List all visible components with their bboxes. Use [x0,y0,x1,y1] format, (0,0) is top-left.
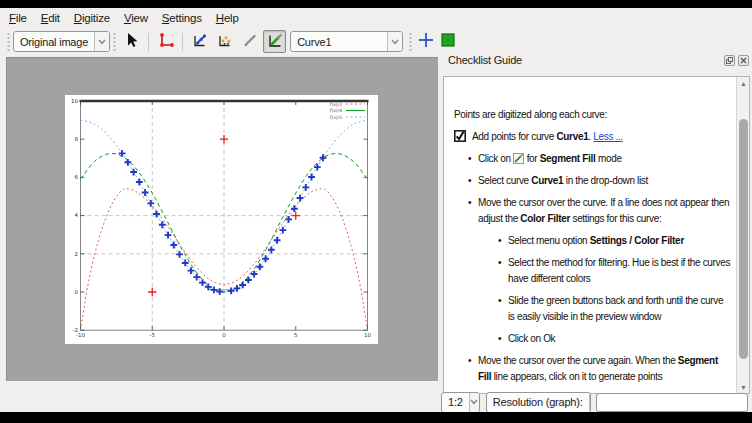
bullet-icon: • [468,151,478,167]
checklist-link[interactable]: Less ... [593,131,622,142]
segment-fill-icon [266,31,284,52]
scrollbar[interactable]: ▲ ▼ [736,77,749,393]
checklist-bullet: •Click on for Segment Fill mode [468,151,732,167]
letterbox-top [0,0,752,8]
axis-point [220,135,228,143]
zoom-selector-value: 1:2 [442,396,469,408]
axis-point-tool[interactable] [154,30,177,53]
segment-fill-tool[interactable] [263,30,286,53]
digitized-point [153,211,160,218]
graph-plot: -20246810-10-50510f(x)/2f(x)/4f(x)/5 [65,95,378,344]
menu-digitize[interactable]: Digitize [67,12,117,24]
point-match-tool[interactable] [213,30,236,53]
svg-text:2: 2 [75,251,79,257]
chevron-down-icon [469,393,479,412]
svg-text:10: 10 [364,332,371,338]
menu-edit[interactable]: Edit [34,12,67,24]
digitized-point [176,251,183,258]
svg-text:8: 8 [75,136,79,142]
resolution-value-field[interactable] [596,393,748,412]
checklist-subbullet: •Select the method for filtering. Hue is… [498,255,732,287]
panel-title: Checklist Guide [441,54,724,66]
color-picker-tool[interactable] [238,30,261,53]
chevron-down-icon [589,393,591,412]
bullet-icon: • [468,173,478,189]
statusbar-mode-selector[interactable]: Resolution (graph): [486,392,591,413]
svg-text:0: 0 [75,289,79,295]
digitized-point [279,227,286,234]
menu-view[interactable]: View [117,12,155,24]
scrollbar-thumb[interactable] [739,119,748,359]
legend-label: f(x)/4 [330,108,342,113]
curve-selector-value: Curve1 [291,36,337,48]
app-window: FileEditDigitizeViewSettingsHelp Origina… [0,8,752,412]
screenshot-root: FileEditDigitizeViewSettingsHelp Origina… [0,0,752,423]
digitized-point [268,246,275,253]
axis-point [148,288,156,296]
toolbar-separator-handle [408,32,413,52]
bullet-icon: • [498,293,508,325]
point-match-icon [216,31,234,52]
digitized-point [245,277,252,284]
toolbar-separator [182,33,183,51]
close-panel-icon[interactable] [738,55,749,66]
color-filter-indicator[interactable] [438,32,458,52]
digitized-point [147,200,154,207]
digitized-point [119,150,126,157]
digitized-point [308,174,315,181]
cross-blue-icon [417,31,435,53]
checked-checkbox[interactable] [454,130,466,142]
chevron-down-icon [94,32,109,51]
digitized-point [165,232,172,239]
panel-titlebar[interactable]: Checklist Guide [441,52,752,68]
select-tool[interactable] [120,30,143,53]
background-selector-value: Original image [14,36,94,48]
axis-points-icon [157,31,175,52]
checklist-bullet: •Select curve Curve1 in the drop-down li… [468,173,732,189]
checklist-guide-panel: Checklist Guide Points are digitized alo… [441,52,752,394]
zoom-selector[interactable]: 1:2 [441,392,480,413]
digitized-point [239,282,246,289]
svg-text:-5: -5 [150,332,156,338]
menu-help[interactable]: Help [209,12,246,24]
menu-file[interactable]: File [2,12,34,24]
graph-canvas[interactable]: -20246810-10-50510f(x)/2f(x)/4f(x)/5 [6,57,438,381]
bullet-icon: • [498,233,508,249]
legend-label: f(x)/2 [330,102,342,107]
statusbar: 1:2 Resolution (graph): [441,392,752,412]
scroll-up-icon[interactable]: ▲ [737,77,750,89]
bullet-icon: • [498,255,508,287]
square-green-icon [439,31,457,53]
checklist-bullet: •Move the cursor over the curve. If a li… [468,195,732,227]
svg-text:5: 5 [294,332,298,338]
svg-text:4: 4 [75,212,79,218]
digitized-point [136,179,143,186]
chevron-down-icon [387,32,402,51]
bullet-icon: • [468,195,478,227]
svg-text:10: 10 [71,98,78,104]
digitized-point [262,255,269,262]
curve-selector[interactable]: Curve1 [290,31,403,52]
checklist-subbullet: •Slide the green buttons back and forth … [498,293,732,325]
digitized-point [124,159,131,166]
color-picker-icon [241,31,259,52]
float-panel-icon[interactable] [724,55,735,66]
digitized-point [285,216,292,223]
toolbar-drag-handle[interactable] [6,32,11,52]
checklist-para: Points are digitized along each curve: [454,107,732,123]
checklist-bullet: •Move the cursor over the curve again. W… [468,353,732,385]
background-selector[interactable]: Original image [13,31,110,52]
curve-point-tool[interactable] [188,30,211,53]
cursor-arrow-icon [123,31,141,52]
checklist-subbullet: •Click on Ok [498,331,732,347]
digitized-point [297,195,304,202]
checklist-content: Points are digitized along each curve:Ad… [443,76,750,394]
toolbar-separator-handle [112,32,117,52]
toolbar-separator [148,33,149,51]
loaded-graph-image[interactable]: -20246810-10-50510f(x)/2f(x)/4f(x)/5 [65,95,378,344]
digitized-point [302,184,309,191]
svg-text:6: 6 [75,174,79,180]
curve-point-style-indicator[interactable] [416,32,436,52]
menu-settings[interactable]: Settings [155,12,209,24]
letterbox-bottom [0,412,752,423]
